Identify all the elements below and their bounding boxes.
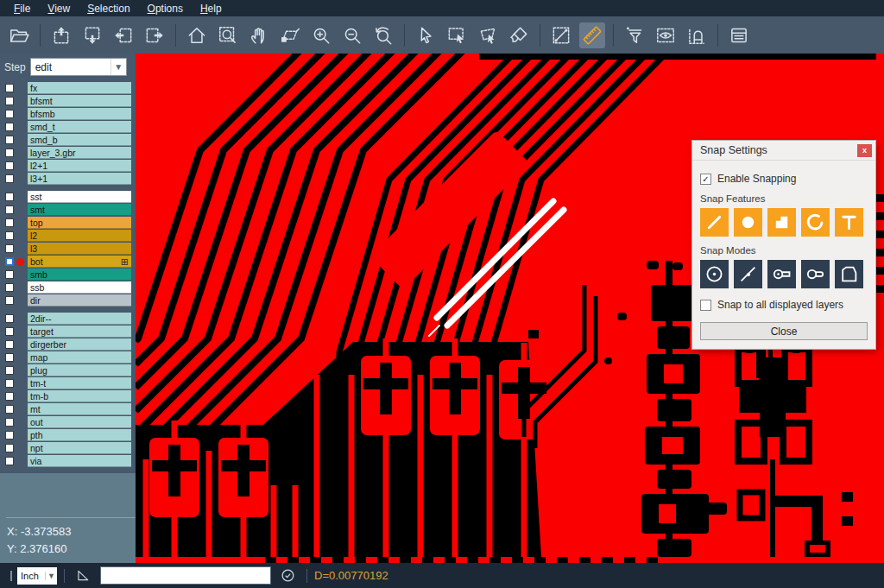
layer-name[interactable]: l3+1 [28, 173, 131, 185]
command-input[interactable] [100, 566, 271, 585]
layer-name[interactable]: plug [28, 364, 131, 376]
layer-visibility-checkbox[interactable] [5, 123, 14, 131]
layer-name[interactable]: out [28, 416, 131, 428]
select-polygon-button[interactable] [475, 22, 501, 48]
layer-name[interactable]: mt [28, 403, 131, 415]
layer-visibility-checkbox[interactable] [5, 270, 14, 279]
layer-visibility-checkbox[interactable] [5, 457, 14, 465]
layer-name[interactable]: dir [28, 294, 131, 307]
layer-visibility-checkbox[interactable] [5, 353, 14, 362]
layer-visibility-checkbox[interactable] [5, 314, 14, 323]
snap-all-layers-checkbox[interactable] [700, 300, 711, 311]
snap-feature-surface-button[interactable] [767, 208, 796, 237]
dialog-title-bar[interactable]: Snap Settings x [692, 141, 875, 161]
layer-name[interactable]: npt [28, 442, 131, 454]
measure-line-button[interactable] [548, 22, 574, 48]
layer-visibility-checkbox[interactable] [5, 340, 14, 349]
layer-name[interactable]: bot⊞ [28, 256, 131, 268]
zoom-area-button[interactable] [277, 22, 303, 48]
layer-name[interactable]: pth [28, 429, 131, 441]
layers-panel-button[interactable] [726, 22, 752, 48]
layer-visibility-checkbox[interactable] [5, 327, 14, 336]
layer-name[interactable]: smt [28, 204, 131, 216]
layer-name[interactable]: via [28, 455, 131, 467]
layer-visibility-checkbox[interactable] [5, 405, 14, 414]
select-cursor-button[interactable] [413, 22, 439, 48]
layer-visibility-checkbox[interactable] [5, 218, 14, 227]
snap-mode-center-button[interactable] [700, 260, 729, 288]
step-select[interactable]: edit ▼ [30, 58, 127, 76]
grid-icon[interactable]: ⊞ [121, 256, 129, 268]
apply-check-icon[interactable] [280, 567, 296, 584]
layer-visibility-checkbox[interactable] [5, 149, 14, 157]
layer-visibility-checkbox[interactable] [5, 244, 14, 253]
snap-mode-corner-button[interactable] [835, 260, 863, 288]
layer-visibility-checkbox[interactable] [5, 366, 14, 375]
layer-name[interactable]: 2dir-- [28, 313, 131, 325]
zoom-window-button[interactable] [215, 22, 241, 48]
layer-name[interactable]: map [28, 351, 131, 364]
layer-name[interactable]: smd_b [28, 134, 131, 146]
zoom-in-button[interactable] [308, 22, 334, 48]
snap-mode-slot-center-button[interactable] [767, 260, 796, 288]
layer-visibility-checkbox[interactable] [5, 136, 14, 144]
enable-snapping-checkbox[interactable]: ✓ [700, 174, 711, 185]
zoom-out-button[interactable] [339, 22, 365, 48]
layer-name[interactable]: top [28, 217, 131, 229]
layer-visibility-checkbox[interactable] [5, 205, 14, 214]
layer-visibility-checkbox[interactable] [5, 283, 14, 292]
layer-visibility-checkbox[interactable] [5, 161, 14, 170]
layer-visibility-checkbox[interactable] [5, 84, 14, 92]
clear-brush-button[interactable] [506, 22, 532, 48]
layer-visibility-checkbox[interactable] [5, 257, 14, 266]
layer-name[interactable]: fx [28, 82, 131, 94]
zoom-previous-button[interactable] [370, 22, 396, 48]
layer-name[interactable]: l3 [28, 243, 131, 255]
layer-name[interactable]: l2 [28, 230, 131, 242]
layer-visibility-checkbox[interactable] [5, 392, 14, 401]
menu-item-selection[interactable]: Selection [79, 3, 138, 15]
layer-visibility-checkbox[interactable] [5, 418, 14, 427]
unit-select[interactable]: Inch ▼ [17, 567, 57, 585]
pan-right-button[interactable] [142, 22, 167, 48]
select-rect-button[interactable] [444, 22, 470, 48]
ruler-button[interactable] [579, 22, 605, 48]
pan-hand-button[interactable] [246, 22, 272, 48]
layer-name[interactable]: tm-t [28, 377, 131, 389]
snap-feature-arc-button[interactable] [801, 208, 830, 237]
zoom-home-button[interactable] [184, 22, 210, 48]
layer-visibility-checkbox[interactable] [5, 193, 14, 201]
layer-name[interactable]: bfsmb [28, 108, 131, 120]
pan-left-button[interactable] [110, 22, 136, 48]
open-button[interactable] [6, 22, 32, 48]
layer-name[interactable]: target [28, 326, 131, 338]
snap-feature-pad-button[interactable] [734, 208, 762, 237]
layer-name[interactable]: ssb [28, 281, 131, 294]
layer-visibility-checkbox[interactable] [5, 174, 14, 183]
layer-name[interactable]: smb [28, 269, 131, 281]
layer-visibility-checkbox[interactable] [5, 379, 14, 388]
pan-down-button[interactable] [79, 22, 105, 48]
layer-name[interactable]: sst [28, 191, 131, 203]
layer-visibility-checkbox[interactable] [5, 296, 14, 305]
pan-up-button[interactable] [48, 22, 74, 48]
snap-mode-slot-outline-button[interactable] [801, 260, 830, 288]
snap-magnet-button[interactable] [684, 22, 710, 48]
layer-visibility-checkbox[interactable] [5, 97, 14, 105]
layer-name[interactable]: tm-b [28, 390, 131, 402]
menu-item-help[interactable]: Help [192, 3, 230, 15]
layer-name[interactable]: bfsmt [28, 95, 131, 107]
close-icon[interactable]: x [857, 144, 872, 157]
layer-name[interactable]: dirgerber [28, 338, 131, 351]
snap-feature-line-button[interactable] [700, 208, 729, 237]
menu-item-file[interactable]: File [5, 3, 39, 15]
angle-tool-icon[interactable] [75, 567, 92, 584]
menu-item-options[interactable]: Options [139, 3, 192, 15]
layer-name[interactable]: smd_t [28, 121, 131, 133]
layer-name[interactable]: layer_3.gbr [28, 147, 131, 159]
layer-visibility-checkbox[interactable] [5, 110, 14, 118]
layer-visibility-checkbox[interactable] [5, 231, 14, 240]
layer-visibility-checkbox[interactable] [5, 431, 14, 439]
layer-name[interactable]: l2+1 [28, 160, 131, 172]
filter-button[interactable] [622, 22, 647, 48]
